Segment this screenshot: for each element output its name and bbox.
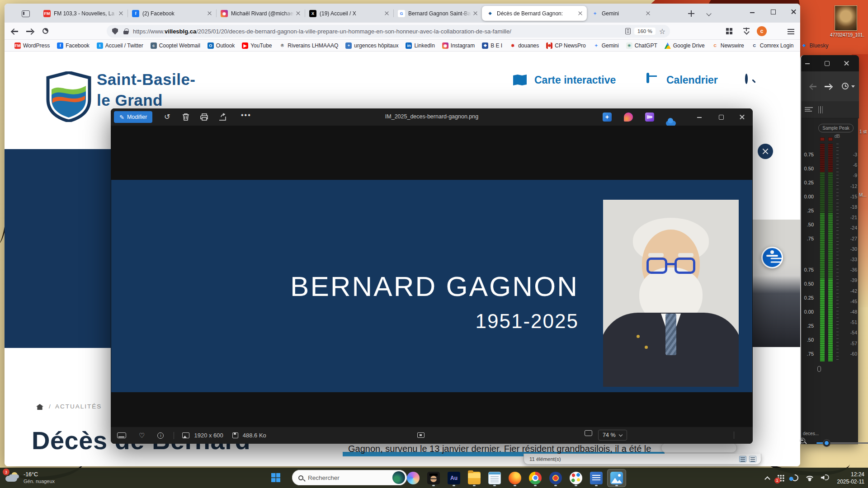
- tab-close-icon[interactable]: [384, 11, 390, 16]
- tray-app-icon[interactable]: 1: [777, 474, 784, 482]
- breadcrumb-actualites[interactable]: ACTUALITÉS: [55, 403, 102, 410]
- home-icon[interactable]: [36, 404, 43, 410]
- tab[interactable]: ❖Décès de Bernard Gagnon:: [482, 6, 587, 21]
- bookmark-item[interactable]: OOutlook: [208, 42, 235, 49]
- tab[interactable]: f(2) Facebook: [127, 6, 216, 21]
- city-logo-line2[interactable]: le Grand: [97, 91, 163, 109]
- taskbar-app-writer[interactable]: [587, 469, 606, 487]
- photos-close-icon[interactable]: [740, 114, 745, 120]
- wifi-icon[interactable]: [806, 475, 814, 481]
- bookmark-item[interactable]: +urgences hôpitaux: [345, 42, 398, 49]
- hdr-icon[interactable]: [585, 430, 592, 436]
- zoom-level-indicator[interactable]: 160 %: [634, 28, 656, 35]
- microphone-icon[interactable]: [817, 366, 821, 372]
- details-view-icon[interactable]: [739, 456, 746, 462]
- list-all-tabs-icon[interactable]: [706, 11, 712, 16]
- taskbar-app-explorer[interactable]: [465, 469, 484, 487]
- forward-icon[interactable]: [26, 28, 33, 34]
- search-highlight-thumbnail[interactable]: [392, 471, 405, 484]
- taskbar-app-chrome[interactable]: [526, 469, 545, 487]
- bookmark-star-icon[interactable]: ☆: [659, 27, 665, 36]
- zoom-slider[interactable]: [816, 442, 868, 444]
- zoom-out-icon[interactable]: [800, 438, 805, 443]
- bookmark-item[interactable]: FMWordPress: [14, 42, 50, 49]
- bookmark-item[interactable]: ✽douanes: [509, 42, 539, 49]
- tab[interactable]: ◉Michaël Rivard (@michael_r: [216, 6, 305, 21]
- account-avatar[interactable]: c: [757, 26, 767, 36]
- window-close-button[interactable]: [785, 5, 803, 19]
- tab[interactable]: X(19) Accueil / X: [305, 6, 393, 21]
- reader-mode-icon[interactable]: [625, 28, 631, 34]
- new-tab-button[interactable]: [685, 8, 697, 19]
- tab[interactable]: GBernard Gagnon Saint-Basil: [393, 6, 482, 21]
- nav-carte-interactive[interactable]: Carte interactive: [534, 74, 616, 86]
- photos-minimize-icon[interactable]: [697, 114, 702, 120]
- back-icon[interactable]: [12, 28, 19, 34]
- bookmark-item[interactable]: CNewswire: [712, 42, 744, 49]
- designer-icon[interactable]: [624, 113, 633, 122]
- city-logo-shield[interactable]: [46, 71, 91, 122]
- bookmark-item[interactable]: ❖B E I: [482, 42, 502, 49]
- zoom-percent-dropdown[interactable]: 74 %: [598, 430, 627, 441]
- taskbar-search[interactable]: Rechercher: [292, 470, 407, 485]
- bookmark-item[interactable]: CComrex Login: [751, 42, 794, 49]
- taskbar-app-audition[interactable]: Au: [444, 469, 463, 487]
- reload-icon[interactable]: [42, 28, 48, 34]
- thumbnails-view-icon[interactable]: [749, 456, 756, 462]
- accessibility-widget[interactable]: [761, 247, 783, 268]
- clipchamp-icon[interactable]: [645, 113, 654, 122]
- taskbar-app-headphones[interactable]: [546, 469, 565, 487]
- bookmark-item[interactable]: ◉Instagram: [442, 42, 475, 49]
- bookmark-item[interactable]: tAccueil / Twitter: [97, 42, 143, 49]
- start-button[interactable]: [271, 473, 280, 482]
- clock[interactable]: 12:24 2025-02-11: [837, 471, 865, 485]
- extensions-icon[interactable]: [726, 28, 732, 34]
- taskbar-app-photos[interactable]: [607, 469, 626, 487]
- bookmark-item[interactable]: fFacebook: [57, 42, 90, 49]
- window-maximize-button[interactable]: [764, 5, 782, 19]
- redo-forward-icon[interactable]: [825, 84, 832, 89]
- maximize-icon[interactable]: [824, 61, 830, 66]
- taskbar-app-notepad[interactable]: [485, 469, 504, 487]
- tracking-protection-shield-icon[interactable]: [112, 28, 118, 35]
- firefox-view-icon[interactable]: [18, 8, 33, 19]
- bookmark-item[interactable]: ✽CP NewsPro: [546, 42, 585, 49]
- site-search-icon[interactable]: [745, 74, 748, 84]
- bookmark-item[interactable]: inLinkedIn: [406, 42, 434, 49]
- url-text[interactable]: https://www.villesblg.ca/2025/01/20/dece…: [133, 28, 625, 35]
- fit-to-window-icon[interactable]: [417, 432, 425, 438]
- tab-close-icon[interactable]: [473, 11, 478, 16]
- city-logo-line1[interactable]: Saint-Basile-: [97, 70, 196, 89]
- url-bar[interactable]: https://www.villesblg.ca/2025/01/20/dece…: [107, 25, 670, 38]
- lock-icon[interactable]: [123, 31, 128, 34]
- tab[interactable]: ✦Gemini: [587, 6, 655, 21]
- tab-close-icon[interactable]: [118, 11, 124, 16]
- favorite-heart-icon[interactable]: ♡: [139, 432, 145, 440]
- nav-calendrier[interactable]: Calendrier: [666, 74, 718, 86]
- taskbar-app-firefox[interactable]: [505, 469, 524, 487]
- taskbar-app-copilot[interactable]: [404, 469, 423, 487]
- bookmark-item[interactable]: ▶YouTube: [242, 42, 272, 49]
- bookmark-item[interactable]: ✦Gemini: [593, 42, 619, 49]
- bookmark-item[interactable]: Google Drive: [665, 42, 705, 49]
- ai-edit-icon[interactable]: [603, 113, 612, 122]
- desktop-icon-image[interactable]: [835, 5, 857, 31]
- panel-grip-icon[interactable]: [818, 106, 823, 113]
- tab-close-icon[interactable]: [207, 11, 212, 16]
- window-minimize-button[interactable]: [743, 5, 761, 19]
- taskbar-app-palette[interactable]: [566, 469, 585, 487]
- tab[interactable]: FMFM 103,3 - Nouvelles, La ra: [39, 6, 127, 21]
- lightbox-close-button[interactable]: [758, 144, 773, 159]
- weather-widget[interactable]: 3 -16°C Gén. nuageux: [5, 470, 95, 486]
- taskbar-app-media-face[interactable]: [424, 469, 443, 487]
- filmstrip-icon[interactable]: [117, 432, 126, 438]
- tab-close-icon[interactable]: [578, 11, 583, 16]
- bookmark-item[interactable]: ®Riverains LHMAAAQ: [279, 42, 338, 49]
- bookmark-item[interactable]: cCooptel Webmail: [151, 42, 200, 49]
- zoom-slider-knob[interactable]: [824, 440, 830, 446]
- sync-icon[interactable]: [790, 473, 799, 483]
- info-icon[interactable]: i: [157, 432, 164, 439]
- menu-hamburger-icon[interactable]: [788, 28, 794, 36]
- tray-overflow-chevron-icon[interactable]: [764, 475, 770, 481]
- photos-maximize-icon[interactable]: [718, 114, 724, 120]
